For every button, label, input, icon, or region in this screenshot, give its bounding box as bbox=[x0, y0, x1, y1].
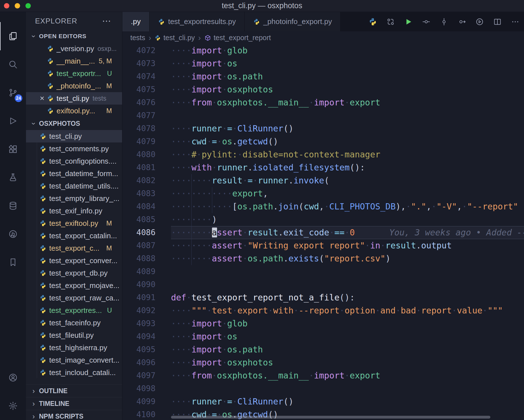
line-number[interactable]: 4098 bbox=[122, 382, 171, 395]
line-content[interactable]: ············export, bbox=[171, 187, 524, 200]
line-number[interactable]: 4091 bbox=[122, 291, 171, 304]
line-number[interactable]: 4094 bbox=[122, 330, 171, 343]
activity-account[interactable] bbox=[0, 363, 26, 392]
line-number[interactable]: 4090 bbox=[122, 278, 171, 291]
line-number[interactable]: 4097 bbox=[122, 369, 171, 382]
section-timeline[interactable]: ›TIMELINE bbox=[26, 397, 122, 410]
line-content[interactable]: ····import·os bbox=[171, 57, 524, 70]
line-content[interactable]: ····from·osxphotos.__main__·import·expor… bbox=[171, 96, 524, 109]
line-content[interactable]: ········assert·"Writing export report"·i… bbox=[171, 239, 524, 252]
activity-source-control[interactable]: 24 bbox=[0, 79, 26, 107]
line-content[interactable]: ········) bbox=[171, 213, 524, 226]
activity-settings[interactable] bbox=[0, 392, 26, 420]
line-number[interactable]: 4092 bbox=[122, 304, 171, 317]
code-editor[interactable]: 4072····import·glob4073····import·os4074… bbox=[122, 44, 524, 420]
tree-item[interactable]: test_exif_info.py bbox=[26, 205, 122, 217]
section-outline[interactable]: ›OUTLINE bbox=[26, 384, 122, 397]
line-content[interactable]: ········assert·os.path.exists("report.cs… bbox=[171, 252, 524, 265]
line-content[interactable]: ····from·osxphotos.__main__·import·expor… bbox=[171, 369, 524, 382]
go-to-button[interactable] bbox=[458, 18, 466, 26]
line-number[interactable]: 4096 bbox=[122, 356, 171, 369]
activity-extensions[interactable] bbox=[0, 135, 26, 163]
tree-item[interactable]: test_highsierra.py bbox=[26, 341, 122, 354]
line-number[interactable]: 4081 bbox=[122, 161, 171, 174]
line-number[interactable]: 4095 bbox=[122, 343, 171, 356]
breakpoint-button[interactable] bbox=[440, 18, 448, 26]
line-content[interactable]: ····import·os bbox=[171, 330, 524, 343]
breadcrumb-item[interactable]: tests bbox=[130, 34, 145, 42]
line-content[interactable]: ····import·osxphotos bbox=[171, 356, 524, 369]
line-content[interactable]: ····cwd·=·os.getcwd() bbox=[171, 135, 524, 148]
run-and-debug-button[interactable] bbox=[475, 18, 484, 26]
line-content[interactable]: ····with·runner.isolated_filesystem(): bbox=[171, 161, 524, 174]
tree-item[interactable]: test_export_conver... bbox=[26, 254, 122, 267]
line-content[interactable]: ····import·glob bbox=[171, 44, 524, 57]
line-number[interactable]: 4075 bbox=[122, 83, 171, 96]
tree-item[interactable]: test_exiftool.pyM bbox=[26, 217, 122, 230]
line-number[interactable]: 4073 bbox=[122, 57, 171, 70]
line-number[interactable]: 4100 bbox=[122, 408, 171, 420]
line-content[interactable]: ····"""·test·export·with·--report·option… bbox=[171, 304, 524, 317]
tree-item[interactable]: test_datetime_form... bbox=[26, 167, 122, 180]
line-content[interactable]: def·test_export_report_not_a_file(): bbox=[171, 291, 524, 304]
line-content[interactable]: ········assert·result.exit_code·==·0You,… bbox=[171, 226, 524, 239]
tree-item[interactable]: test_export_catalin... bbox=[26, 230, 122, 242]
minimize-window-button[interactable] bbox=[15, 3, 20, 8]
line-content[interactable]: ····import·glob bbox=[171, 317, 524, 330]
project-section-header[interactable]: › OSXPHOTOS bbox=[26, 117, 122, 130]
line-number[interactable]: 4093 bbox=[122, 317, 171, 330]
tree-item[interactable]: test_faceinfo.py bbox=[26, 317, 122, 329]
breadcrumb-item[interactable]: test_export_report bbox=[204, 34, 271, 42]
activity-testing[interactable] bbox=[0, 163, 26, 192]
line-content[interactable]: ····import·osxphotos bbox=[171, 83, 524, 96]
line-content[interactable]: ····import·os.path bbox=[171, 343, 524, 356]
horizontal-scrollbar[interactable] bbox=[171, 416, 490, 419]
activity-bookmarks[interactable] bbox=[0, 248, 26, 276]
line-number[interactable]: 4078 bbox=[122, 122, 171, 135]
open-editor-item[interactable]: test_exportr...U bbox=[26, 67, 122, 80]
open-editors-section-header[interactable]: › OPEN EDITORS bbox=[26, 30, 122, 42]
activity-search[interactable] bbox=[0, 50, 26, 79]
activity-database[interactable] bbox=[0, 192, 26, 220]
line-content[interactable] bbox=[171, 109, 524, 122]
breadcrumb-item[interactable]: test_cli.py bbox=[155, 34, 195, 42]
activity-explorer[interactable] bbox=[0, 22, 26, 50]
split-editor-button[interactable] bbox=[493, 18, 502, 26]
close-icon[interactable]: × bbox=[37, 94, 47, 103]
line-number[interactable]: 4084 bbox=[122, 200, 171, 213]
section-npm-scripts[interactable]: ›NPM SCRIPTS bbox=[26, 410, 122, 420]
tree-item[interactable]: test_fileutil.py bbox=[26, 329, 122, 341]
line-number[interactable]: 4083 bbox=[122, 187, 171, 200]
line-number[interactable]: 4072 bbox=[122, 44, 171, 57]
line-number[interactable]: 4088 bbox=[122, 252, 171, 265]
tree-item[interactable]: test_export_raw_ca... bbox=[26, 292, 122, 304]
tree-item[interactable]: test_export_db.py bbox=[26, 267, 122, 279]
more-actions-button[interactable] bbox=[511, 18, 519, 26]
line-content[interactable] bbox=[171, 278, 524, 291]
line-content[interactable]: ····import·os.path bbox=[171, 70, 524, 83]
activity-notebook[interactable] bbox=[0, 220, 26, 248]
close-window-button[interactable] bbox=[4, 3, 9, 8]
editor-tab[interactable]: test_exportresults.py bbox=[150, 12, 245, 31]
line-number[interactable]: 4074 bbox=[122, 70, 171, 83]
line-number[interactable]: 4082 bbox=[122, 174, 171, 187]
open-editor-item[interactable]: ×test_cli.pytests bbox=[26, 92, 122, 105]
tree-item[interactable]: test_configoptions.... bbox=[26, 155, 122, 167]
line-number[interactable]: 4085 bbox=[122, 213, 171, 226]
tree-item[interactable]: test_cli.py bbox=[26, 130, 122, 142]
line-content[interactable]: ············[os.path.join(cwd,·CLI_PHOTO… bbox=[171, 200, 524, 213]
tree-item[interactable]: test_empty_library_... bbox=[26, 192, 122, 205]
line-content[interactable] bbox=[171, 382, 524, 395]
editor-tab[interactable]: _photoinfo_export.py bbox=[245, 12, 341, 31]
line-content[interactable]: ········result·=·runner.invoke( bbox=[171, 174, 524, 187]
open-changes-button[interactable] bbox=[386, 18, 395, 26]
tree-item[interactable]: test_exportres...U bbox=[26, 304, 122, 317]
open-editor-item[interactable]: __main__...5, M bbox=[26, 55, 122, 67]
tree-item[interactable]: test_comments.py bbox=[26, 142, 122, 155]
tree-item[interactable]: test_datetime_utils.... bbox=[26, 180, 122, 192]
line-number[interactable]: 4099 bbox=[122, 395, 171, 408]
open-editor-item[interactable]: exiftool.py...M bbox=[26, 105, 122, 117]
line-content[interactable]: ····runner·=·CliRunner() bbox=[171, 122, 524, 135]
line-number[interactable]: 4079 bbox=[122, 135, 171, 148]
line-number[interactable]: 4087 bbox=[122, 239, 171, 252]
